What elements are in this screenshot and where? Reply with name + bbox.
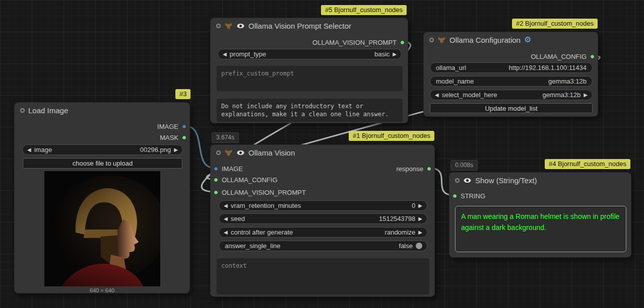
gear-icon: ⚙	[524, 36, 531, 44]
eye-icon	[236, 22, 245, 30]
select-model-combo[interactable]: ◀ select_model_here gemma3:12b ▶	[430, 90, 593, 100]
output-dot-mask[interactable]	[182, 135, 186, 140]
choose-file-button[interactable]: choose file to upload	[23, 158, 182, 169]
node-header-load-image[interactable]: Load Image	[15, 103, 189, 118]
combo-next-icon[interactable]: ▶	[418, 216, 422, 221]
combo-prev-icon[interactable]: ◀	[223, 51, 227, 57]
input-slot-ollama-config[interactable]: OLLAMA_CONFIG	[214, 175, 278, 185]
image-dimensions-label: 640 × 640	[15, 287, 189, 293]
combo-prev-icon[interactable]: ◀	[27, 147, 31, 152]
output-slot-response[interactable]: response	[397, 164, 431, 174]
eye-icon	[236, 149, 245, 157]
combo-prev-icon[interactable]: ◀	[224, 229, 228, 235]
slot-label: response	[397, 165, 423, 173]
image-preview	[44, 171, 160, 286]
widget-value: gemma3:12b	[542, 91, 581, 99]
node-status-icon	[429, 38, 434, 42]
widget-value: false	[399, 242, 413, 250]
update-model-list-button[interactable]: Update model_list	[430, 103, 593, 113]
eye-icon	[463, 177, 472, 184]
widget-value: 00296.png	[140, 146, 171, 153]
control-after-generate-combo[interactable]: ◀ control after generate randomize ▶	[219, 227, 427, 238]
slot-label: OLLAMA_CONFIG	[531, 53, 587, 60]
node-graph-canvas[interactable]: #3 #5 Bjornulf_custom_nodes #2 Bjornulf_…	[0, 0, 644, 308]
combo-prev-icon[interactable]: ◀	[224, 216, 228, 221]
prefix-custom-prompt-textarea[interactable]: prefix_custom_prompt	[217, 66, 403, 91]
toggle-knob-icon[interactable]	[416, 243, 422, 249]
output-slot-mask[interactable]: MASK	[160, 132, 186, 142]
node-header-prompt-selector[interactable]: Ollama Vision Prompt Selector	[211, 18, 408, 33]
widget-value: gemma3:12b	[548, 78, 587, 85]
prompt-type-combo[interactable]: ◀ prompt_type basic ▶	[218, 49, 402, 59]
node-badge-load-image: #3	[175, 89, 190, 99]
widget-label: model_name	[436, 78, 474, 85]
input-dot-ollama-vision-prompt[interactable]	[214, 190, 218, 195]
seed-combo[interactable]: ◀ seed 1512543798 ▶	[219, 213, 427, 224]
node-status-icon	[216, 150, 221, 155]
image-preview-art	[44, 171, 160, 286]
node-title: Show (String/Text)	[475, 176, 537, 185]
combo-next-icon[interactable]: ▶	[393, 51, 397, 57]
node-header-config[interactable]: Ollama Configuration ⚙	[424, 32, 598, 47]
slot-label: IMAGE	[222, 165, 243, 173]
node-show-string-text[interactable]: Show (String/Text) STRING A man wearing …	[449, 172, 631, 258]
input-slot-ollama-vision-prompt[interactable]: OLLAMA_VISION_PROMPT	[214, 187, 306, 197]
node-ollama-vision-prompt-selector[interactable]: Ollama Vision Prompt Selector OLLAMA_VIS…	[210, 18, 408, 123]
node-header-vision[interactable]: Ollama Vision	[211, 145, 434, 160]
output-dot-ollama-config[interactable]	[590, 54, 595, 59]
moose-icon	[437, 36, 446, 44]
combo-next-icon[interactable]: ▶	[418, 229, 422, 235]
result-text-display[interactable]: A man wearing a Roman helmet is shown in…	[455, 206, 626, 252]
node-ollama-configuration[interactable]: Ollama Configuration ⚙ OLLAMA_CONFIG oll…	[423, 32, 598, 117]
output-slot-ollama-vision-prompt[interactable]: OLLAMA_VISION_PROMPT	[312, 37, 405, 47]
input-slot-image[interactable]: IMAGE	[214, 164, 243, 174]
node-header-show[interactable]: Show (String/Text)	[449, 173, 631, 188]
output-dot-ollama-vision-prompt[interactable]	[400, 40, 405, 45]
node-badge-show: #4 Bjornulf_custom_nodes	[545, 159, 630, 169]
widget-label: prompt_type	[230, 50, 266, 58]
node-status-icon	[216, 24, 221, 28]
node-title: Ollama Configuration	[449, 36, 521, 44]
combo-next-icon[interactable]: ▶	[584, 92, 588, 98]
model-name-field[interactable]: model_name gemma3:12b	[430, 76, 593, 87]
node-ollama-vision[interactable]: Ollama Vision IMAGE response OLLAMA_CONF…	[210, 144, 435, 297]
node-title: Ollama Vision	[248, 148, 295, 157]
context-textarea[interactable]: context	[217, 258, 429, 294]
image-file-combo[interactable]: ◀ image 00296.png ▶	[22, 144, 183, 155]
moose-icon	[224, 149, 233, 157]
combo-next-icon[interactable]: ▶	[418, 203, 422, 208]
node-status-icon	[20, 108, 25, 113]
output-dot-image[interactable]	[182, 124, 186, 129]
widget-label: vram_retention_minutes	[231, 202, 301, 209]
widget-value: basic	[374, 50, 390, 58]
ollama-url-field[interactable]: ollama_url http://192.168.1.100:11434	[430, 62, 593, 73]
slot-label: OLLAMA_VISION_PROMPT	[222, 189, 306, 196]
slot-label: STRING	[461, 192, 485, 200]
node-title: Load Image	[28, 106, 68, 115]
node-badge-prompt-selector: #5 Bjornulf_custom_nodes	[321, 5, 407, 15]
combo-prev-icon[interactable]: ◀	[435, 92, 439, 98]
execution-time-vision: 3.674s	[212, 132, 239, 143]
input-dot-ollama-config[interactable]	[214, 178, 218, 182]
widget-label: control after generate	[231, 228, 293, 236]
slot-label: MASK	[160, 134, 178, 141]
input-slot-string[interactable]: STRING	[453, 191, 485, 201]
input-dot-string[interactable]	[453, 194, 457, 198]
node-load-image[interactable]: Load Image IMAGE MASK ◀ image 00296.png …	[14, 102, 190, 293]
node-title: Ollama Vision Prompt Selector	[248, 22, 351, 30]
combo-next-icon[interactable]: ▶	[174, 147, 178, 152]
output-slot-image[interactable]: IMAGE	[157, 121, 186, 131]
node-badge-config: #2 Bjornulf_custom_nodes	[512, 19, 598, 29]
input-dot-image[interactable]	[214, 167, 218, 171]
output-dot-response[interactable]	[427, 167, 431, 171]
output-slot-ollama-config[interactable]: OLLAMA_CONFIG	[531, 51, 595, 61]
combo-prev-icon[interactable]: ◀	[224, 203, 228, 208]
slot-label: IMAGE	[157, 123, 178, 130]
moose-icon	[224, 22, 233, 30]
widget-label: answer_single_line	[225, 242, 281, 250]
answer-single-line-toggle[interactable]: answer_single_line false	[219, 241, 427, 251]
suffix-custom-prompt-textarea[interactable]: Do not include any introductory text or …	[217, 99, 403, 122]
vram-retention-minutes-combo[interactable]: ◀ vram_retention_minutes 0 ▶	[219, 200, 427, 211]
widget-label: ollama_url	[436, 64, 466, 71]
execution-time-show: 0.008s	[450, 160, 478, 171]
